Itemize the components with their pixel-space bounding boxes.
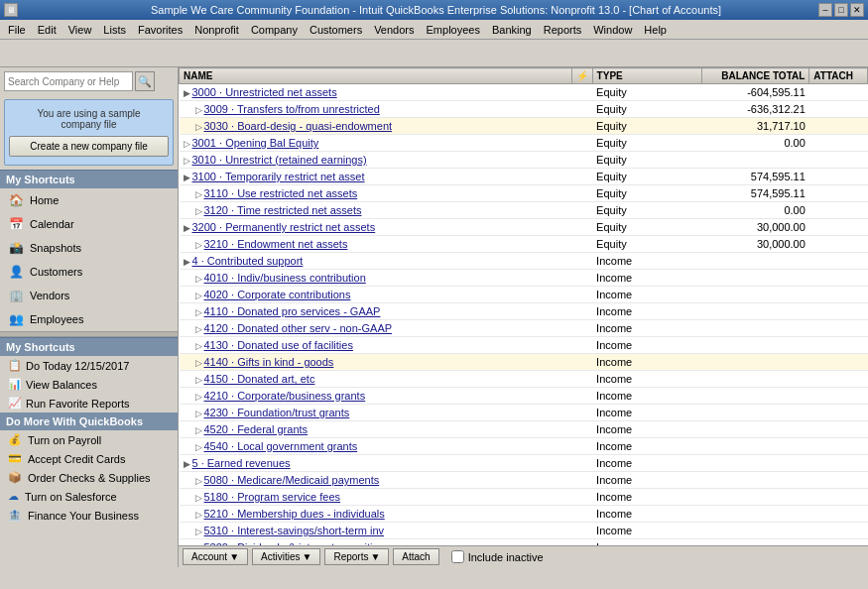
table-row[interactable]: ▷5310 · Interest-savings/short-term invI… xyxy=(180,523,868,539)
table-row[interactable]: ▷3001 · Opening Bal EquityEquity0.00 xyxy=(180,135,868,152)
table-row[interactable]: ▷5210 · Membership dues - individualsInc… xyxy=(180,506,868,523)
account-balance-cell xyxy=(702,337,809,354)
account-type-cell: Income xyxy=(592,337,702,354)
menu-employees[interactable]: Employees xyxy=(421,22,486,38)
sidebar: 🔍 You are using a sample company file Cr… xyxy=(0,67,179,567)
menu-customers[interactable]: Customers xyxy=(304,22,368,38)
account-type-cell: Income xyxy=(592,270,702,287)
sidebar-item-calendar-label: Calendar xyxy=(30,218,74,230)
account-attach-cell xyxy=(809,118,868,135)
table-row[interactable]: ▷4540 · Local government grantsIncome xyxy=(180,438,868,455)
table-row[interactable]: ▷4150 · Donated art, etcIncome xyxy=(180,371,868,388)
lightning-cell xyxy=(571,287,592,303)
table-row[interactable]: ▷3210 · Endowment net assetsEquity30,000… xyxy=(180,236,868,253)
table-row[interactable]: ▶4 · Contributed supportIncome xyxy=(180,253,868,270)
menu-favorites[interactable]: Favorites xyxy=(132,22,188,38)
search-button[interactable]: 🔍 xyxy=(135,71,155,91)
company-info: You are using a sample company file Crea… xyxy=(4,99,174,166)
table-row[interactable]: ▷4140 · Gifts in kind - goodsIncome xyxy=(180,354,868,371)
company-info-text: You are using a sample company file xyxy=(9,108,169,130)
account-name-cell: ▷5180 · Program service fees xyxy=(180,489,572,506)
lightning-cell xyxy=(571,185,592,202)
table-row[interactable]: ▷4020 · Corporate contributionsIncome xyxy=(180,287,868,303)
my-shortcuts-section: 📋 Do Today 12/15/2017 📊 View Balances 📈 … xyxy=(0,356,178,412)
table-row[interactable]: ▷3030 · Board-desig - quasi-endowmentEqu… xyxy=(180,118,868,135)
account-name-cell: ▶3200 · Permanently restrict net assets xyxy=(180,219,572,236)
table-row[interactable]: ▷4120 · Donated other serv - non-GAAPInc… xyxy=(180,320,868,337)
sidebar-item-snapshots[interactable]: 📸 Snapshots xyxy=(0,236,178,260)
sidebar-item-calendar[interactable]: 📅 Calendar xyxy=(0,212,178,236)
table-row[interactable]: ▷5080 · Medicare/Medicaid paymentsIncome xyxy=(180,472,868,489)
table-row[interactable]: ▷3010 · Unrestrict (retained earnings)Eq… xyxy=(180,152,868,169)
close-btn[interactable]: ✕ xyxy=(850,3,864,17)
create-company-button[interactable]: Create a new company file xyxy=(9,136,169,157)
table-row[interactable]: ▷3009 · Transfers to/from unrestrictedEq… xyxy=(180,101,868,118)
menu-file[interactable]: File xyxy=(2,22,32,38)
account-button[interactable]: Account ▼ xyxy=(183,548,248,565)
account-balance-cell: 30,000.00 xyxy=(702,236,809,253)
menu-edit[interactable]: Edit xyxy=(32,22,62,38)
menu-window[interactable]: Window xyxy=(587,22,638,38)
shortcut-view-balances[interactable]: 📊 View Balances xyxy=(0,375,178,394)
sidebar-item-employees[interactable]: 👥 Employees xyxy=(0,307,178,331)
table-row[interactable]: ▷3110 · Use restricted net assetsEquity5… xyxy=(180,185,868,202)
account-type-cell: Equity xyxy=(592,169,702,185)
menu-view[interactable]: View xyxy=(62,22,98,38)
lightning-cell xyxy=(571,219,592,236)
table-row[interactable]: ▷4110 · Donated pro services - GAAPIncom… xyxy=(180,303,868,320)
table-row[interactable]: ▶5 · Earned revenuesIncome xyxy=(180,455,868,472)
do-more-checks[interactable]: 📦 Order Checks & Supplies xyxy=(0,468,178,487)
account-balance-cell xyxy=(702,253,809,270)
table-row[interactable]: ▷3120 · Time restricted net assetsEquity… xyxy=(180,202,868,219)
table-row[interactable]: ▶3100 · Temporarily restrict net assetEq… xyxy=(180,169,868,185)
account-name-cell: ▷3210 · Endowment net assets xyxy=(180,236,572,253)
account-attach-cell xyxy=(809,303,868,320)
search-input[interactable] xyxy=(4,71,133,91)
reports-button[interactable]: Reports ▼ xyxy=(324,548,389,565)
sidebar-item-home-label: Home xyxy=(30,194,59,206)
attach-button[interactable]: Attach xyxy=(393,548,438,565)
credit-cards-icon: 💳 xyxy=(8,452,22,465)
table-row[interactable]: ▶3000 · Unrestricted net assetsEquity-60… xyxy=(180,84,868,101)
menu-company[interactable]: Company xyxy=(245,22,304,38)
sidebar-item-customers[interactable]: 👤 Customers xyxy=(0,260,178,284)
account-type-cell: Equity xyxy=(592,135,702,152)
table-row[interactable]: ▷4130 · Donated use of facilitiesIncome xyxy=(180,337,868,354)
lightning-cell xyxy=(571,523,592,539)
lightning-cell xyxy=(571,152,592,169)
do-more-payroll[interactable]: 💰 Turn on Payroll xyxy=(0,430,178,449)
table-row[interactable]: ▷4010 · Indiv/business contributionIncom… xyxy=(180,270,868,287)
lightning-cell xyxy=(571,320,592,337)
checks-icon: 📦 xyxy=(8,471,22,484)
restore-btn[interactable]: □ xyxy=(834,3,848,17)
include-inactive-checkbox[interactable] xyxy=(451,550,464,563)
do-more-salesforce[interactable]: ☁ Turn on Salesforce xyxy=(0,487,178,506)
menu-reports[interactable]: Reports xyxy=(538,22,588,38)
lightning-cell xyxy=(571,421,592,438)
table-row[interactable]: ▷4520 · Federal grantsIncome xyxy=(180,421,868,438)
sidebar-item-home[interactable]: 🏠 Home xyxy=(0,188,178,212)
menu-nonprofit[interactable]: Nonprofit xyxy=(188,22,245,38)
menu-banking[interactable]: Banking xyxy=(486,22,538,38)
table-row[interactable]: ▷4230 · Foundation/trust grantsIncome xyxy=(180,405,868,421)
menu-help[interactable]: Help xyxy=(638,22,673,38)
do-more-credit-cards[interactable]: 💳 Accept Credit Cards xyxy=(0,449,178,468)
customers-icon: 👤 xyxy=(8,264,24,280)
menu-vendors[interactable]: Vendors xyxy=(368,22,420,38)
account-name-cell: ▷4120 · Donated other serv - non-GAAP xyxy=(180,320,572,337)
minimize-btn[interactable]: – xyxy=(818,3,832,17)
shortcut-do-today[interactable]: 📋 Do Today 12/15/2017 xyxy=(0,356,178,375)
table-row[interactable]: ▷4210 · Corporate/business grantsIncome xyxy=(180,388,868,405)
menu-lists[interactable]: Lists xyxy=(97,22,132,38)
do-today-icon: 📋 xyxy=(8,359,22,372)
do-more-finance[interactable]: 🏦 Finance Your Business xyxy=(0,506,178,525)
account-attach-cell xyxy=(809,287,868,303)
activities-button[interactable]: Activities ▼ xyxy=(252,548,320,565)
accounts-table[interactable]: NAME ⚡ TYPE BALANCE TOTAL ATTACH ▶3000 ·… xyxy=(179,67,868,545)
account-balance-cell xyxy=(702,303,809,320)
sidebar-item-vendors[interactable]: 🏢 Vendors xyxy=(0,284,178,307)
table-row[interactable]: ▶3200 · Permanently restrict net assetsE… xyxy=(180,219,868,236)
table-row[interactable]: ▷5180 · Program service feesIncome xyxy=(180,489,868,506)
account-type-cell: Income xyxy=(592,438,702,455)
shortcut-run-reports[interactable]: 📈 Run Favorite Reports xyxy=(0,394,178,412)
